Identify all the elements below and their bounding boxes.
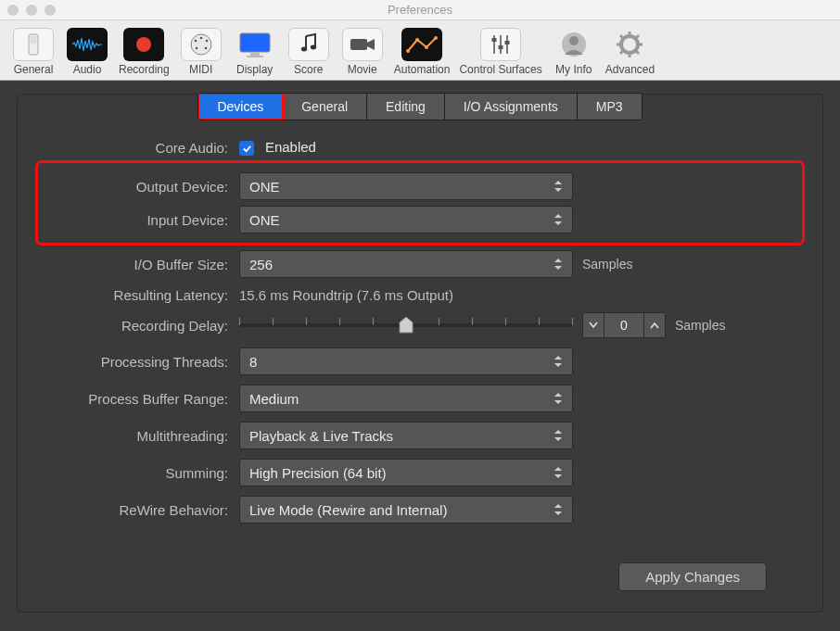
slider-thumb-icon[interactable] bbox=[399, 317, 414, 334]
core-audio-checkbox[interactable] bbox=[239, 141, 254, 156]
core-audio-control: Enabled bbox=[239, 139, 573, 156]
processing-threads-value: 8 bbox=[249, 354, 257, 370]
svg-rect-1 bbox=[31, 36, 37, 44]
rewire-select[interactable]: Live Mode (Rewire and Internal) bbox=[239, 496, 573, 524]
audio-subtab-segmented: Devices General Editing I/O Assignments … bbox=[197, 93, 642, 120]
preferences-toolbar: General Audio Recording MIDI Display Sco… bbox=[0, 20, 840, 81]
row-recording-delay: Recording Delay: 0 Samples bbox=[40, 312, 800, 338]
svg-rect-24 bbox=[499, 45, 503, 49]
recording-delay-value: 0 bbox=[604, 313, 644, 337]
updown-arrows-icon bbox=[554, 393, 566, 404]
svg-point-7 bbox=[195, 47, 197, 50]
subtab-io-assignments[interactable]: I/O Assignments bbox=[445, 94, 578, 120]
toolbar-item-advanced[interactable]: Advanced bbox=[602, 26, 658, 76]
waveform-icon bbox=[67, 28, 108, 61]
svg-rect-11 bbox=[247, 56, 263, 57]
toolbar-item-my-info[interactable]: My Info bbox=[548, 26, 600, 76]
label-summing: Summing: bbox=[40, 465, 239, 481]
faders-icon bbox=[480, 28, 521, 61]
audio-preferences-panel: Devices General Editing I/O Assignments … bbox=[17, 94, 823, 612]
chevron-down-icon bbox=[589, 322, 598, 329]
label-core-audio: Core Audio: bbox=[40, 140, 239, 156]
toolbar-label: Display bbox=[233, 63, 277, 76]
svg-line-35 bbox=[635, 35, 639, 39]
core-audio-checkbox-label: Enabled bbox=[265, 139, 316, 155]
toolbar-label: Automation bbox=[394, 63, 451, 76]
toolbar-label: MIDI bbox=[179, 63, 223, 76]
toolbar-item-midi[interactable]: MIDI bbox=[175, 26, 227, 76]
recording-delay-slider[interactable] bbox=[239, 315, 573, 335]
svg-point-6 bbox=[205, 40, 208, 43]
subtab-mp3[interactable]: MP3 bbox=[578, 94, 642, 120]
updown-arrows-icon bbox=[554, 430, 566, 441]
row-io-buffer: I/O Buffer Size: 256 Samples bbox=[40, 250, 800, 278]
toolbar-item-automation[interactable]: Automation bbox=[390, 26, 454, 76]
toolbar-item-recording[interactable]: Recording bbox=[115, 26, 173, 76]
toolbar-label: Score bbox=[286, 63, 331, 76]
svg-line-34 bbox=[635, 50, 639, 54]
subtab-devices[interactable]: Devices bbox=[198, 94, 283, 120]
svg-rect-25 bbox=[505, 41, 510, 44]
processing-threads-select[interactable]: 8 bbox=[239, 347, 573, 375]
svg-point-2 bbox=[136, 37, 151, 52]
audio-subtab-bar: Devices General Editing I/O Assignments … bbox=[40, 93, 800, 120]
subtab-general[interactable]: General bbox=[283, 94, 367, 120]
toolbar-item-score[interactable]: Score bbox=[283, 26, 335, 76]
svg-point-4 bbox=[199, 37, 202, 40]
camera-icon bbox=[342, 28, 383, 61]
label-multithreading: Multithreading: bbox=[40, 428, 239, 444]
recording-delay-suffix: Samples bbox=[675, 318, 725, 333]
preferences-body: Devices General Editing I/O Assignments … bbox=[0, 81, 840, 630]
toolbar-item-movie[interactable]: Movie bbox=[337, 26, 388, 76]
label-input-device: Input Device: bbox=[40, 212, 239, 228]
toolbar-label: Control Surfaces bbox=[459, 63, 541, 76]
toolbar-item-general[interactable]: General bbox=[7, 26, 59, 76]
svg-point-8 bbox=[204, 47, 207, 50]
stepper-decrement[interactable] bbox=[583, 313, 604, 337]
svg-rect-23 bbox=[492, 38, 497, 42]
toolbar-item-display[interactable]: Display bbox=[229, 26, 281, 76]
row-summing: Summing: High Precision (64 bit) bbox=[40, 459, 800, 486]
process-buffer-range-select[interactable]: Medium bbox=[239, 385, 573, 412]
svg-point-13 bbox=[311, 45, 316, 50]
io-buffer-select[interactable]: 256 bbox=[239, 250, 573, 278]
toolbar-label: Recording bbox=[119, 63, 170, 76]
svg-point-18 bbox=[425, 45, 428, 49]
svg-point-37 bbox=[626, 41, 633, 48]
svg-line-33 bbox=[620, 35, 624, 39]
output-device-select[interactable]: ONE bbox=[239, 172, 573, 200]
row-input-device: Input Device: ONE bbox=[40, 206, 800, 233]
toolbar-label: Movie bbox=[340, 63, 385, 76]
output-device-value: ONE bbox=[249, 179, 280, 195]
summing-select[interactable]: High Precision (64 bit) bbox=[239, 459, 573, 486]
toolbar-item-control-surfaces[interactable]: Control Surfaces bbox=[455, 26, 545, 76]
label-output-device: Output Device: bbox=[40, 179, 239, 195]
label-process-buffer-range: Process Buffer Range: bbox=[40, 391, 239, 407]
switch-icon bbox=[13, 28, 54, 61]
apply-changes-button[interactable]: Apply Changes bbox=[618, 562, 767, 591]
updown-arrows-icon bbox=[554, 504, 566, 515]
gear-icon bbox=[609, 28, 650, 61]
toolbar-label: Advanced bbox=[605, 63, 655, 76]
input-device-select[interactable]: ONE bbox=[239, 206, 573, 233]
record-icon bbox=[123, 28, 164, 61]
row-latency: Resulting Latency: 15.6 ms Roundtrip (7.… bbox=[40, 287, 800, 303]
svg-point-19 bbox=[434, 36, 438, 40]
checkmark-icon bbox=[242, 144, 252, 154]
toolbar-label: General bbox=[11, 63, 56, 76]
row-processing-threads: Processing Threads: 8 bbox=[40, 347, 800, 375]
row-rewire: ReWire Behavior: Live Mode (Rewire and I… bbox=[40, 496, 800, 524]
apply-changes-container: Apply Changes bbox=[618, 562, 767, 591]
window-titlebar: Preferences bbox=[0, 0, 840, 20]
rewire-value: Live Mode (Rewire and Internal) bbox=[249, 502, 447, 518]
updown-arrows-icon bbox=[554, 259, 566, 270]
stepper-increment[interactable] bbox=[644, 313, 665, 337]
toolbar-item-audio[interactable]: Audio bbox=[61, 26, 113, 76]
music-note-icon bbox=[288, 28, 329, 61]
subtab-editing[interactable]: Editing bbox=[367, 94, 445, 120]
io-buffer-suffix: Samples bbox=[582, 257, 632, 271]
highlighted-device-group: Output Device: ONE Input Device: ONE bbox=[40, 165, 800, 241]
updown-arrows-icon bbox=[554, 467, 566, 478]
multithreading-select[interactable]: Playback & Live Tracks bbox=[239, 422, 573, 449]
midi-port-icon bbox=[181, 28, 222, 61]
